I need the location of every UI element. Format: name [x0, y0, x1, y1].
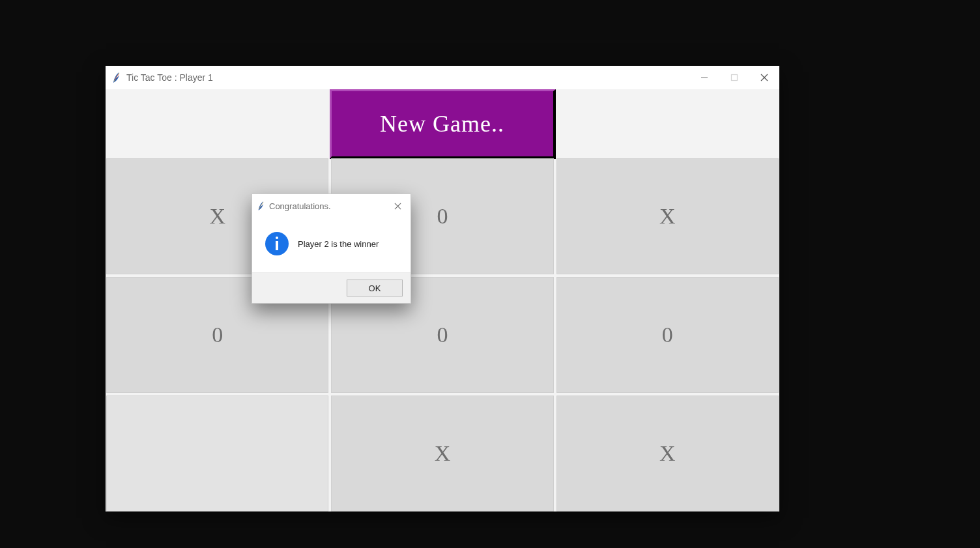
dialog-body: Player 2 is the winner	[252, 218, 411, 272]
new-game-button[interactable]: New Game..	[330, 89, 556, 159]
tk-feather-icon	[257, 201, 264, 211]
titlebar: Tic Tac Toe : Player 1	[106, 66, 779, 89]
board-cell-5[interactable]: 0	[556, 277, 779, 393]
ok-button[interactable]: OK	[347, 280, 403, 296]
app-window: Tic Tac Toe : Player 1 New Game.. X 0 X …	[106, 66, 779, 512]
dialog-title: Congratulations.	[269, 201, 331, 211]
window-title: Tic Tac Toe : Player 1	[126, 72, 213, 83]
maximize-button[interactable]	[719, 66, 749, 89]
winner-dialog: Congratulations. Player 2 is the winner …	[252, 194, 411, 304]
dialog-close-button[interactable]	[387, 197, 408, 215]
dialog-titlebar: Congratulations.	[252, 194, 411, 218]
dialog-message: Player 2 is the winner	[298, 239, 379, 249]
game-board: X 0 X 0 0 0 X X	[106, 158, 779, 512]
tk-feather-icon	[112, 72, 120, 83]
board-cell-2[interactable]: X	[556, 158, 779, 274]
board-cell-8[interactable]: X	[556, 396, 779, 512]
info-icon	[265, 232, 289, 255]
board-cell-6[interactable]	[106, 396, 328, 512]
header-strip: New Game..	[106, 89, 779, 158]
window-close-button[interactable]	[749, 66, 779, 89]
svg-rect-1	[732, 75, 738, 81]
board-cell-7[interactable]: X	[331, 396, 553, 512]
minimize-button[interactable]	[689, 66, 719, 89]
dialog-footer: OK	[252, 272, 411, 303]
